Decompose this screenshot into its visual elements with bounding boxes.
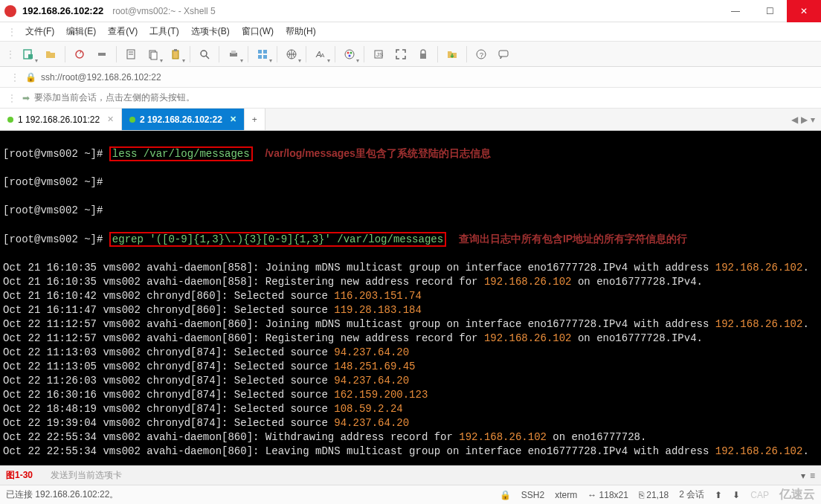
reconnect-button[interactable] <box>69 44 90 65</box>
disconnect-button[interactable] <box>91 44 112 65</box>
lock-button[interactable] <box>413 44 434 65</box>
tab-add-button[interactable]: + <box>245 109 265 130</box>
status-connected: 已连接 192.168.26.102:22。 <box>6 488 118 501</box>
log-line: Oct 22 16:30:16 vms002 chronyd[874]: Sel… <box>3 388 818 402</box>
svg-rect-15 <box>258 50 262 54</box>
status-lock-icon: 🔒 <box>500 490 511 500</box>
minimize-button[interactable]: — <box>718 0 753 22</box>
svg-text:JS: JS <box>376 51 383 58</box>
find-button[interactable] <box>194 44 215 65</box>
window-title-main: 192.168.26.102:22 <box>22 5 103 16</box>
svg-rect-31 <box>499 51 508 56</box>
log-line: Oct 21 16:10:35 vms002 avahi-daemon[858]… <box>3 261 818 275</box>
encoding-button[interactable] <box>281 44 302 65</box>
address-url[interactable]: ssh://root@192.168.26.102:22 <box>41 72 812 83</box>
menu-tabs[interactable]: 选项卡(B) <box>187 24 234 39</box>
log-line: Oct 22 11:13:03 vms002 chronyd[874]: Sel… <box>3 346 818 360</box>
status-dot-icon <box>7 117 13 123</box>
tab-nav: ◀ ▶ ▾ <box>785 109 821 130</box>
status-ssh: SSH2 <box>521 490 544 500</box>
tab-1[interactable]: 1 192.168.26.101:22 ✕ <box>0 109 122 130</box>
svg-text:?: ? <box>480 51 483 59</box>
tab-label: 2 192.168.26.102:22 <box>140 114 222 125</box>
tab-prev-icon[interactable]: ◀ <box>791 114 798 125</box>
arrow-icon[interactable]: ➡ <box>22 93 30 103</box>
status-bar: 已连接 192.168.26.102:22。 🔒 SSH2 xterm ↔ 11… <box>0 485 821 504</box>
tab-list-icon[interactable]: ▾ <box>811 114 815 125</box>
svg-rect-1 <box>28 54 33 59</box>
compose-list-icon[interactable]: ≡ <box>810 471 815 481</box>
svg-rect-14 <box>231 51 236 54</box>
status-down-icon[interactable]: ⬇ <box>733 490 740 500</box>
terminal-output[interactable]: [root@vms002 ~]# less /var/log/messages … <box>0 131 821 465</box>
svg-rect-3 <box>98 53 106 56</box>
tab-label: 1 192.168.26.101:22 <box>18 114 100 125</box>
title-bar: 192.168.26.102:22 root@vms002:~ - Xshell… <box>0 0 821 22</box>
transfer-button[interactable] <box>442 44 463 65</box>
compose-bar: 图1-30 发送到当前选项卡 ▾ ≡ <box>0 465 821 485</box>
status-dot-icon <box>129 117 135 123</box>
toolbar: ⋮ AA JS ? <box>0 42 821 67</box>
tab-bar: 1 192.168.26.101:22 ✕ 2 192.168.26.102:2… <box>0 109 821 131</box>
svg-rect-10 <box>174 49 177 51</box>
maximize-button[interactable]: ☐ <box>753 0 787 22</box>
log-line: Oct 22 11:13:05 vms002 chronyd[874]: Sel… <box>3 360 818 374</box>
close-button[interactable]: ✕ <box>787 0 821 22</box>
svg-point-22 <box>345 50 354 59</box>
svg-point-23 <box>347 51 350 54</box>
svg-point-25 <box>349 54 351 56</box>
log-line: Oct 22 22:55:34 vms002 avahi-daemon[860]… <box>3 430 818 445</box>
lock-icon: 🔒 <box>25 72 36 83</box>
menu-window[interactable]: 窗口(W) <box>237 24 278 39</box>
color-button[interactable] <box>339 44 360 65</box>
window-title-sub: root@vms002:~ - Xshell 5 <box>112 6 216 16</box>
status-up-icon[interactable]: ⬆ <box>715 490 722 500</box>
figure-label: 图1-30 <box>6 469 33 482</box>
app-icon <box>4 5 16 17</box>
tab-next-icon[interactable]: ▶ <box>801 114 808 125</box>
log-line: Oct 22 11:12:57 vms002 avahi-daemon[860]… <box>3 317 818 332</box>
help-button[interactable]: ? <box>471 44 492 65</box>
status-cursor: 21,18 <box>646 490 669 500</box>
menu-tools[interactable]: 工具(T) <box>145 24 183 39</box>
font-button[interactable]: AA <box>310 44 331 65</box>
paste-button[interactable] <box>165 44 186 65</box>
svg-rect-18 <box>263 55 267 59</box>
svg-rect-28 <box>420 54 426 59</box>
fullscreen-button[interactable] <box>390 44 411 65</box>
tab-close-icon[interactable]: ✕ <box>107 114 114 124</box>
menu-file[interactable]: 文件(F) <box>21 24 59 39</box>
svg-line-12 <box>206 56 209 59</box>
compose-menu-icon[interactable]: ▾ <box>801 471 805 481</box>
menu-edit[interactable]: 编辑(E) <box>62 24 100 39</box>
svg-text:A: A <box>321 52 325 59</box>
copy-button[interactable] <box>143 44 164 65</box>
status-cap: CAP <box>750 490 769 500</box>
tab-close-icon[interactable]: ✕ <box>230 114 236 124</box>
log-line: Oct 22 11:26:03 vms002 chronyd[874]: Sel… <box>3 374 818 388</box>
properties-button[interactable] <box>120 44 141 65</box>
svg-rect-9 <box>173 51 178 59</box>
menu-view[interactable]: 查看(V) <box>103 24 142 39</box>
new-session-button[interactable] <box>18 44 39 65</box>
svg-rect-17 <box>258 55 262 59</box>
address-bar: ⋮ 🔒 ssh://root@192.168.26.102:22 <box>0 67 821 88</box>
log-line: Oct 21 16:11:47 vms002 chronyd[860]: Sel… <box>3 303 818 317</box>
open-button[interactable] <box>40 44 61 65</box>
print-button[interactable] <box>223 44 244 65</box>
brand-logo: 亿速云 <box>779 487 815 503</box>
svg-point-11 <box>201 51 207 56</box>
layout-button[interactable] <box>252 44 273 65</box>
compose-placeholder[interactable]: 发送到当前选项卡 <box>51 469 122 482</box>
svg-rect-16 <box>263 50 267 54</box>
notes-button[interactable] <box>493 44 514 65</box>
script-button[interactable]: JS <box>368 44 389 65</box>
log-line: Oct 22 19:39:04 vms002 chronyd[874]: Sel… <box>3 416 818 430</box>
log-line: Oct 22 11:12:57 vms002 avahi-daemon[860]… <box>3 332 818 346</box>
hint-bar: ⋮ ➡ 要添加当前会话，点击左侧的箭头按钮。 <box>0 88 821 109</box>
menu-help[interactable]: 帮助(H) <box>281 24 321 39</box>
menu-bar: ⋮ 文件(F) 编辑(E) 查看(V) 工具(T) 选项卡(B) 窗口(W) 帮… <box>0 22 821 42</box>
status-size: 118x21 <box>599 490 628 500</box>
log-line: Oct 21 16:10:42 vms002 chronyd[860]: Sel… <box>3 289 818 303</box>
tab-2[interactable]: 2 192.168.26.102:22 ✕ <box>122 109 245 130</box>
